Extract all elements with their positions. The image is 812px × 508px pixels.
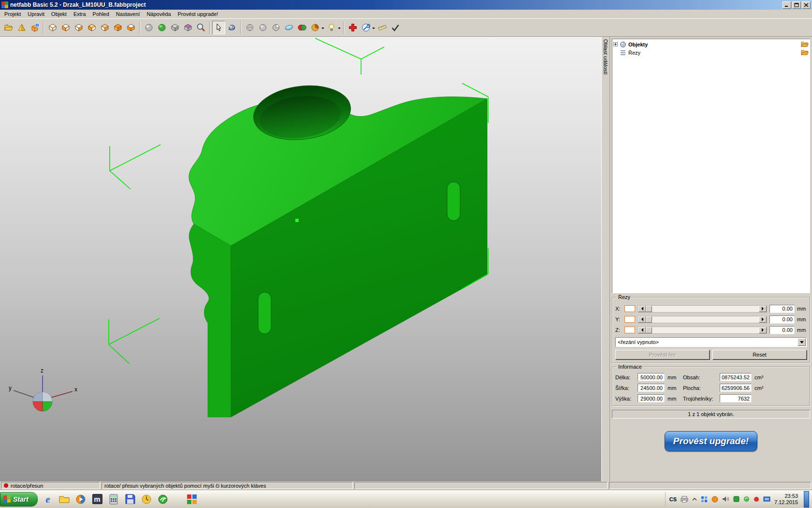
title-bar[interactable]: netfabb Basic 5.2 - Drzak_LM10UU_B.fabbp… xyxy=(0,0,812,10)
lighting-dropdown-arrow[interactable] xyxy=(338,28,341,30)
slice-y-scrollbar[interactable] xyxy=(638,316,767,323)
execute-cut-button[interactable]: Provést řez xyxy=(615,350,710,359)
slice-y-scroll-thumb[interactable] xyxy=(646,316,652,323)
validate-button[interactable] xyxy=(389,21,402,34)
mail-clock-button[interactable] xyxy=(139,492,154,507)
tray-clock[interactable]: 23:53 7.12.2015 xyxy=(774,493,798,506)
height-value[interactable] xyxy=(638,394,665,403)
view-left-button[interactable] xyxy=(85,21,98,34)
printer-icon[interactable] xyxy=(681,496,688,503)
sync-tray-icon[interactable] xyxy=(743,496,750,502)
orange-app-tray-icon[interactable] xyxy=(711,496,718,503)
length-value[interactable] xyxy=(638,373,665,381)
slice-y-scroll-track[interactable] xyxy=(646,316,759,323)
reset-button[interactable]: Reset xyxy=(712,350,807,359)
render-sphere-button[interactable] xyxy=(243,21,256,34)
calculator-button[interactable] xyxy=(106,492,121,507)
zoom-button[interactable] xyxy=(194,21,207,34)
media-player-button[interactable] xyxy=(73,492,88,507)
slice-x-value-input[interactable] xyxy=(769,305,795,313)
view-iso-button[interactable] xyxy=(46,21,59,34)
display-colored-button[interactable] xyxy=(155,21,168,34)
netfabb-task-button[interactable] xyxy=(185,492,199,507)
language-indicator[interactable]: CS xyxy=(669,496,677,502)
repair-button[interactable] xyxy=(359,21,372,34)
tree-row-objekty[interactable]: Objekty xyxy=(613,40,809,48)
slice-z-scroll-left-button[interactable] xyxy=(638,327,646,333)
statistics-dropdown-arrow[interactable] xyxy=(321,28,324,30)
select-cursor-button[interactable] xyxy=(212,21,225,34)
slice-y-checkbox[interactable] xyxy=(624,316,635,323)
minimize-button[interactable] xyxy=(783,1,791,9)
show-desktop-button[interactable] xyxy=(804,491,809,508)
render-smooth-button[interactable] xyxy=(256,21,269,34)
open-project-button[interactable] xyxy=(2,21,15,34)
slice-z-checkbox[interactable] xyxy=(624,327,635,333)
tree-row-rezy[interactable]: Řezy xyxy=(613,48,809,57)
red-tray-icon[interactable] xyxy=(754,496,759,502)
menu-upravit[interactable]: Upravit xyxy=(24,10,48,18)
measure-button[interactable] xyxy=(376,21,389,34)
part-info-button[interactable] xyxy=(28,21,41,34)
internet-explorer-button[interactable]: e xyxy=(41,492,55,507)
view-bottom-button[interactable] xyxy=(124,21,137,34)
slice-x-checkbox[interactable] xyxy=(624,305,635,312)
3d-viewport[interactable]: z x y xyxy=(0,37,601,481)
width-value[interactable] xyxy=(638,384,665,392)
green-tray-icon[interactable] xyxy=(733,496,740,502)
rotate-view-button[interactable] xyxy=(225,21,238,34)
menu-projekt[interactable]: Projekt xyxy=(1,10,24,18)
view-back-button[interactable] xyxy=(72,21,85,34)
area-value[interactable] xyxy=(720,384,752,392)
menu-pohled[interactable]: Pohled xyxy=(89,10,113,18)
slice-x-scroll-track[interactable] xyxy=(646,306,759,312)
chevron-up-icon[interactable] xyxy=(692,497,697,501)
blue-grid-icon[interactable] xyxy=(701,496,708,503)
slice-mode-dropdown[interactable]: <řezání vypnuto> xyxy=(615,337,807,347)
slice-z-scroll-right-button[interactable] xyxy=(759,327,767,333)
slice-y-scroll-right-button[interactable] xyxy=(759,316,767,323)
close-button[interactable] xyxy=(802,1,811,9)
open-folder-icon[interactable] xyxy=(801,49,809,56)
slice-x-scroll-thumb[interactable] xyxy=(646,306,652,312)
slice-z-scroll-thumb[interactable] xyxy=(646,327,652,333)
m-app-button[interactable]: m xyxy=(90,492,104,507)
maximize-button[interactable] xyxy=(792,1,801,9)
slice-x-scrollbar[interactable] xyxy=(638,305,767,313)
slice-z-scroll-track[interactable] xyxy=(646,327,759,333)
menu-extra[interactable]: Extra xyxy=(70,10,89,18)
display-platform-button[interactable] xyxy=(181,21,194,34)
cut-plane-button[interactable] xyxy=(282,21,295,34)
slice-y-value-input[interactable] xyxy=(769,315,795,324)
view-front-button[interactable] xyxy=(59,21,72,34)
display-box-button[interactable] xyxy=(168,21,181,34)
view-top-button[interactable] xyxy=(111,21,124,34)
monitor-tray-icon[interactable] xyxy=(763,496,770,502)
triangles-value[interactable] xyxy=(720,394,752,403)
upgrade-button[interactable]: Provést upgrade! xyxy=(665,431,757,451)
new-analysis-button[interactable] xyxy=(346,21,359,34)
render-cut-button[interactable] xyxy=(269,21,282,34)
save-app-button[interactable] xyxy=(123,492,137,507)
start-button[interactable]: Start xyxy=(0,492,38,507)
repair-dropdown-arrow[interactable] xyxy=(372,28,375,30)
menu-nastaveni[interactable]: Nastavení xyxy=(113,10,144,18)
slice-z-value-input[interactable] xyxy=(769,326,795,334)
slice-z-scrollbar[interactable] xyxy=(638,327,767,334)
events-panel-tab[interactable]: Oblast událostí xyxy=(601,37,610,481)
menu-upgrade[interactable]: Provést upgrade! xyxy=(174,10,222,18)
slice-x-scroll-right-button[interactable] xyxy=(759,306,767,312)
green-app-button[interactable] xyxy=(156,492,170,507)
orientation-widget[interactable]: z x y xyxy=(9,367,77,411)
lighting-button[interactable] xyxy=(325,21,338,34)
menu-objekt[interactable]: Objekt xyxy=(48,10,70,18)
volume-value[interactable] xyxy=(720,373,752,381)
dropdown-arrow-button[interactable] xyxy=(798,338,806,346)
expand-icon[interactable] xyxy=(613,42,618,46)
slice-y-scroll-left-button[interactable] xyxy=(638,316,646,323)
view-right-button[interactable] xyxy=(98,21,111,34)
display-shaded-button[interactable] xyxy=(142,21,155,34)
volume-icon[interactable] xyxy=(722,496,729,502)
slice-x-scroll-left-button[interactable] xyxy=(638,306,646,312)
open-folder-icon[interactable] xyxy=(801,41,809,47)
